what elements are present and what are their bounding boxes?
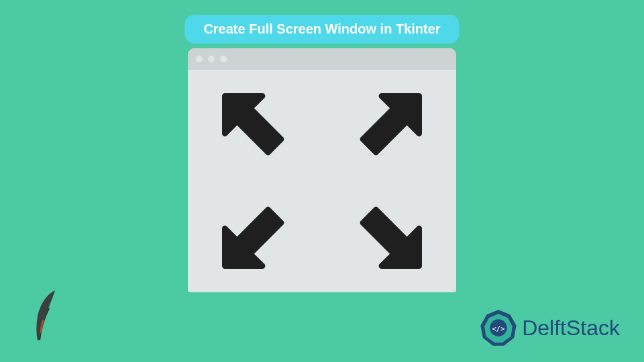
feather-icon (27, 287, 64, 346)
window-body (188, 70, 456, 292)
expand-arrow-bottom-right-icon (342, 189, 436, 283)
traffic-light-dot (220, 56, 227, 62)
window-illustration (188, 48, 456, 292)
expand-arrow-top-left-icon (208, 79, 302, 173)
svg-text:</>: </> (492, 324, 505, 333)
expand-arrow-bottom-left-icon (208, 189, 302, 283)
page-title-text: Create Full Screen Window in Tkinter (203, 21, 440, 36)
page-title-pill: Create Full Screen Window in Tkinter (184, 15, 459, 44)
expand-arrow-top-right-icon (342, 79, 436, 173)
traffic-light-dot (208, 56, 215, 62)
delftstack-logo-mark-icon: </> (479, 308, 518, 347)
brand-logo: </> DelftStack (479, 308, 620, 347)
window-titlebar (188, 48, 456, 70)
traffic-light-dot (196, 56, 203, 62)
brand-name: DelftStack (522, 316, 620, 341)
